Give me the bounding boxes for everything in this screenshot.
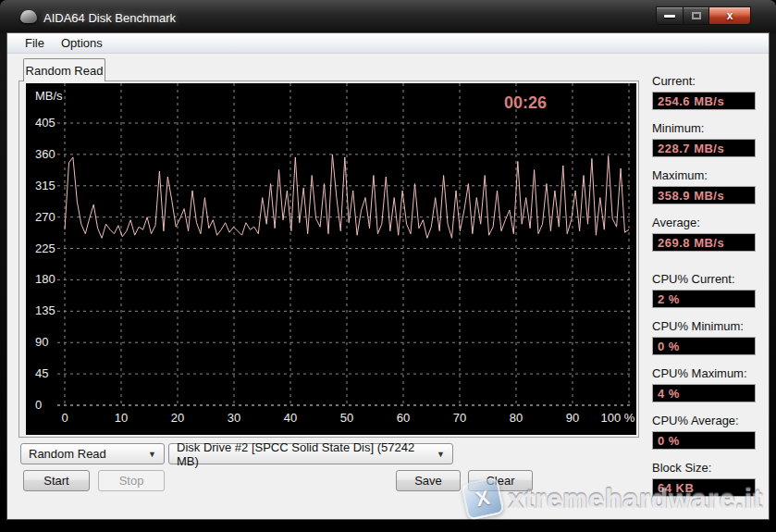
title-bar[interactable]: AIDA64 Disk Benchmark x bbox=[0, 0, 776, 33]
chevron-down-icon: ▼ bbox=[437, 450, 445, 459]
benchmark-chart: 40536031527022518013590450MB/s0102030405… bbox=[26, 83, 636, 435]
chart-canvas: 40536031527022518013590450MB/s0102030405… bbox=[26, 83, 636, 435]
y-axis-tick: 0 bbox=[35, 398, 42, 412]
y-axis-label: MB/s bbox=[35, 89, 63, 103]
stat-group: CPU% Current:2 % bbox=[652, 272, 763, 308]
stat-label: Average: bbox=[652, 216, 763, 229]
y-axis-tick: 45 bbox=[35, 366, 48, 380]
x-axis-tick: 30 bbox=[228, 411, 240, 425]
x-axis-tick: 40 bbox=[284, 411, 297, 425]
y-axis-tick: 315 bbox=[35, 179, 55, 192]
stat-label: Maximum: bbox=[652, 168, 763, 182]
stats-panel: Current:254.6 MB/sMinimum:228.7 MB/sMaxi… bbox=[652, 74, 763, 497]
stat-value: 269.8 MB/s bbox=[652, 233, 756, 252]
tab-random-read[interactable]: Random Read bbox=[23, 58, 105, 81]
benchmark-type-value: Random Read bbox=[29, 447, 106, 461]
y-axis-tick: 90 bbox=[35, 335, 48, 349]
app-icon bbox=[20, 10, 37, 23]
stat-value: 0 % bbox=[652, 431, 756, 450]
y-axis-tick: 270 bbox=[35, 210, 55, 224]
stat-group: Current:254.6 MB/s bbox=[652, 74, 763, 110]
stat-group: Minimum:228.7 MB/s bbox=[652, 121, 763, 157]
stat-label: CPU% Current: bbox=[652, 272, 763, 286]
x-axis-tick: 100 % bbox=[601, 411, 635, 425]
menu-bar: File Options bbox=[7, 33, 769, 54]
caption-buttons: x bbox=[656, 6, 751, 25]
x-axis-tick: 10 bbox=[115, 411, 128, 425]
menu-options[interactable]: Options bbox=[53, 34, 111, 52]
x-axis-tick: 60 bbox=[397, 411, 410, 425]
x-axis-tick: 70 bbox=[453, 411, 466, 425]
stat-label: CPU% Maximum: bbox=[652, 366, 763, 380]
stat-label: Minimum: bbox=[652, 121, 763, 135]
drive-select[interactable]: Disk Drive #2 [SPCC Solid State Dis] (57… bbox=[168, 443, 453, 464]
x-axis-tick: 50 bbox=[340, 411, 353, 425]
stat-value: 2 % bbox=[652, 290, 756, 308]
stat-group: Average:269.8 MB/s bbox=[652, 216, 763, 252]
stat-group: CPU% Average:0 % bbox=[652, 414, 763, 450]
stat-group: Maximum:358.9 MB/s bbox=[652, 168, 763, 204]
stat-label: Current: bbox=[652, 74, 763, 88]
drive-select-value: Disk Drive #2 [SPCC Solid State Dis] (57… bbox=[177, 440, 437, 468]
start-button[interactable]: Start bbox=[23, 470, 90, 491]
client-area: File Options Random Read 405360315270225… bbox=[7, 33, 769, 519]
x-axis-tick: 90 bbox=[566, 411, 579, 425]
save-button[interactable]: Save bbox=[396, 470, 461, 491]
stat-label: CPU% Minimum: bbox=[652, 319, 763, 333]
stat-value: 64 KB bbox=[652, 478, 756, 497]
app-window: AIDA64 Disk Benchmark x File Options Ran… bbox=[0, 0, 776, 532]
close-icon: x bbox=[727, 9, 733, 22]
maximize-button[interactable] bbox=[684, 6, 709, 25]
y-axis-tick: 180 bbox=[35, 272, 55, 286]
x-axis-tick: 80 bbox=[510, 411, 523, 425]
stat-group: CPU% Minimum:0 % bbox=[652, 319, 763, 355]
elapsed-time: 00:26 bbox=[504, 93, 547, 112]
stat-label: Block Size: bbox=[652, 461, 763, 475]
menu-file[interactable]: File bbox=[17, 34, 53, 52]
stat-value: 358.9 MB/s bbox=[652, 186, 756, 204]
y-axis-tick: 360 bbox=[35, 147, 55, 161]
stop-button[interactable]: Stop bbox=[98, 470, 165, 491]
window-title: AIDA64 Disk Benchmark bbox=[43, 11, 176, 25]
stat-group: Block Size:64 KB bbox=[652, 461, 763, 497]
tab-page: 40536031527022518013590450MB/s0102030405… bbox=[18, 80, 639, 438]
clear-button[interactable]: Clear bbox=[468, 470, 533, 491]
y-axis-tick: 405 bbox=[35, 116, 55, 130]
maximize-icon bbox=[692, 12, 701, 19]
y-axis-tick: 225 bbox=[35, 241, 55, 255]
x-axis-tick: 20 bbox=[171, 411, 184, 425]
chevron-down-icon: ▼ bbox=[148, 450, 156, 459]
close-button[interactable]: x bbox=[709, 6, 751, 25]
x-axis-tick: 0 bbox=[61, 411, 68, 425]
y-axis-tick: 135 bbox=[35, 303, 55, 317]
benchmark-type-select[interactable]: Random Read ▼ bbox=[20, 443, 165, 464]
stat-label: CPU% Average: bbox=[652, 414, 763, 427]
minimize-button[interactable] bbox=[656, 6, 684, 25]
stat-value: 254.6 MB/s bbox=[652, 92, 756, 110]
stat-group: CPU% Maximum:4 % bbox=[652, 366, 763, 402]
stat-value: 228.7 MB/s bbox=[652, 139, 756, 157]
stat-value: 0 % bbox=[652, 337, 756, 355]
minimize-icon bbox=[664, 15, 675, 18]
stat-value: 4 % bbox=[652, 384, 756, 402]
